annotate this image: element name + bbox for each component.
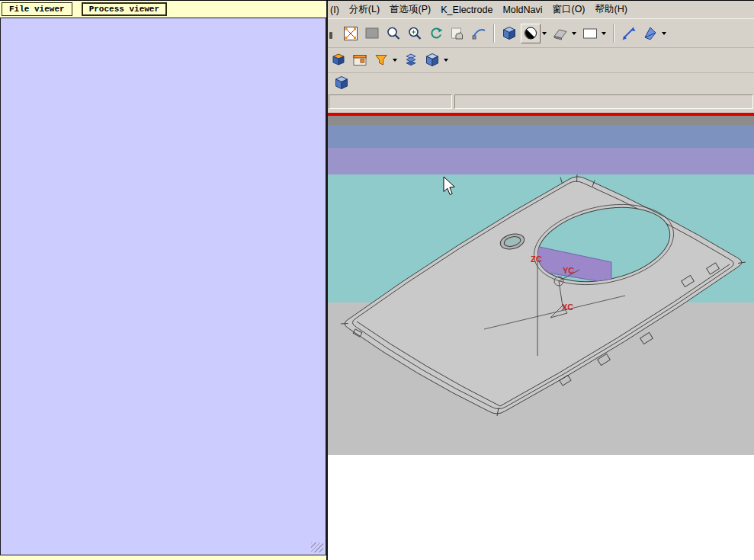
menu-bar: (I) 分析(L) 首选项(P) K_Electrode MoldNavi 窗口… [328, 1, 754, 19]
tab-file-viewer[interactable]: File viewer [2, 2, 72, 16]
model-part[interactable] [341, 174, 746, 416]
tab-process-viewer[interactable]: Process viewer [82, 2, 167, 16]
mold-tool-icon[interactable] [329, 50, 348, 70]
render-style-icon[interactable] [521, 24, 541, 43]
prompt-status-row [328, 93, 754, 110]
yc-label: YC [563, 266, 574, 275]
prompt-line [329, 94, 452, 109]
background-dropdown-icon[interactable] [602, 32, 606, 35]
menu-item-window[interactable]: 窗口(O) [552, 3, 585, 16]
menu-item-moldnavi[interactable]: MoldNavi [502, 5, 542, 15]
zoom-in-icon[interactable] [405, 24, 425, 43]
render-style-dropdown-icon[interactable] [542, 32, 547, 35]
assembly-dropdown-icon[interactable] [444, 59, 448, 62]
model-canvas[interactable]: ZC YC XC [328, 125, 754, 560]
background-icon[interactable] [580, 24, 600, 43]
filter-dropdown-icon[interactable] [393, 59, 397, 62]
menu-item-help[interactable]: 帮助(H) [595, 3, 627, 16]
docked-viewer-panel: File viewer Process viewer [0, 1, 328, 560]
gray-swatch-icon[interactable] [362, 24, 382, 43]
viewer-panel-body[interactable] [0, 18, 326, 555]
toolbar-overflow-icon[interactable] [329, 32, 332, 39]
zoom-icon[interactable] [383, 24, 403, 43]
cad-application-pane: (I) 分析(L) 首选项(P) K_Electrode MoldNavi 窗口… [328, 1, 754, 560]
part-outer-face [345, 177, 742, 414]
menu-item-preferences[interactable]: 首选项(P) [390, 3, 431, 16]
mouse-cursor [444, 177, 454, 195]
viewport-top-strip [328, 116, 754, 125]
filter-icon[interactable] [371, 50, 391, 70]
flat-plane-icon[interactable] [550, 24, 570, 43]
assembly-icon[interactable] [422, 50, 442, 70]
orient-view-dropdown-icon[interactable] [662, 32, 666, 35]
graphics-viewport[interactable]: ZC YC XC [328, 125, 754, 560]
zc-label: ZC [531, 254, 542, 264]
toolbar-view [328, 19, 754, 47]
toolbar-mold [328, 47, 754, 72]
part-cube-icon[interactable] [332, 73, 351, 93]
flat-plane-dropdown-icon[interactable] [572, 32, 576, 35]
menu-item-insert-partial[interactable]: (I) [330, 5, 339, 15]
viewer-tab-strip: File viewer Process viewer [0, 1, 326, 18]
pan-icon[interactable] [448, 24, 467, 43]
toolbar-separator [613, 24, 614, 43]
dialog-icon[interactable] [350, 50, 370, 70]
rotate-view-icon[interactable] [619, 24, 639, 43]
toolbar-separator [493, 24, 495, 43]
menu-item-analysis[interactable]: 分析(L) [349, 3, 380, 16]
xc-label: XC [562, 302, 573, 312]
fit-view-icon[interactable] [469, 24, 489, 43]
snap-point-icon[interactable] [341, 24, 361, 43]
menu-item-k-electrode[interactable]: K_Electrode [441, 5, 493, 15]
shaded-view-icon[interactable] [499, 24, 519, 43]
toolbar-part [328, 72, 754, 93]
layers-icon[interactable] [401, 50, 421, 70]
regenerate-icon[interactable] [426, 24, 446, 43]
status-line [454, 94, 753, 109]
resize-grip[interactable] [311, 542, 323, 552]
orient-view-icon[interactable] [640, 24, 660, 43]
